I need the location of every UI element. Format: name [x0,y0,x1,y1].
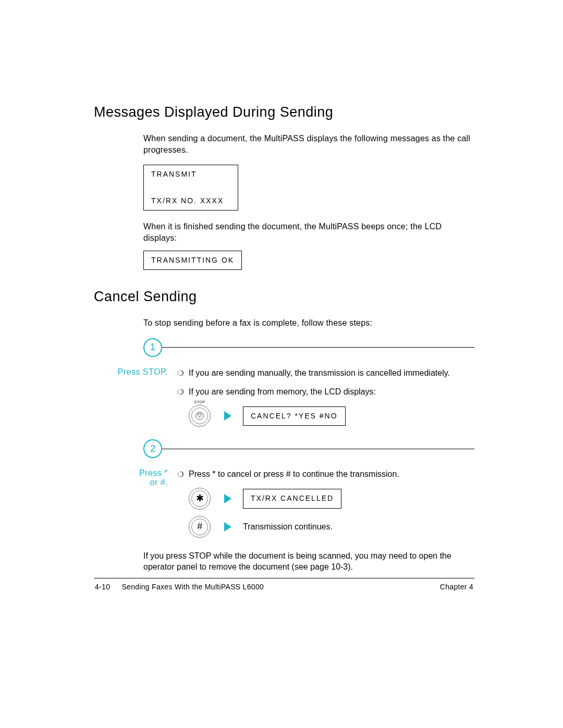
svg-marker-0 [196,412,203,419]
step-2-bullet: Press * to cancel or press # to continue… [189,468,474,480]
lcd-block-transmit: TRANSMIT TX/RX NO. XXXX [143,165,474,211]
lcd-line-txrxno: TX/RX NO. XXXX [144,192,238,210]
arrow-icon [224,411,231,421]
heading-cancel-sending: Cancel Sending [94,289,474,305]
lcd-line-transmitting-ok: TRANSMITTING OK [143,251,242,270]
lcd-line-transmit: TRANSMIT [144,165,238,183]
footer-page-number: 4-10 [95,583,110,591]
star-button: ✱ [189,488,211,510]
step-1-header: 1 [143,338,474,357]
step-1: 1 Press STOP. ❍ If you are sending manua… [94,338,474,430]
footer-rule [94,578,474,578]
transmission-continues-text: Transmission continues. [243,521,333,533]
note-paragraph: If you press STOP while the document is … [143,550,474,573]
stop-button-label: STOP [194,400,205,405]
step-badge-2: 2 [143,439,162,458]
hash-button: # [189,516,211,538]
hash-icon: # [191,519,208,535]
lcd-display: TRANSMIT TX/RX NO. XXXX [143,165,238,211]
footer-chapter: Chapter 4 [440,583,473,591]
bullet-icon: ❍ [177,367,189,379]
footer-title: Sending Faxes With the MultiPASS L6000 [121,583,264,591]
step-2: 2 Press * or #. ❍ Press * to cancel or p… [94,439,474,540]
step-2-star-row: ✱ TX/RX CANCELLED [189,488,474,510]
step-1-content: ❍ If you are sending manually, the trans… [177,367,474,430]
step-1-bullet-2: If you are sending from memory, the LCD … [189,386,474,398]
step-1-left-label: Press STOP. [94,367,177,430]
footer-left: 4-10 Sending Faxes With the MultiPASS L6… [95,583,264,591]
manual-page: Messages Displayed During Sending When s… [0,0,563,728]
bullet-icon: ❍ [177,386,189,398]
star-icon: ✱ [191,490,208,507]
page-footer: 4-10 Sending Faxes With the MultiPASS L6… [94,583,474,591]
bullet-icon: ❍ [177,468,189,480]
step-divider [162,449,474,449]
step-1-bullet-1: If you are sending manually, the transmi… [189,367,474,379]
arrow-icon [224,494,231,503]
arrow-icon [224,522,231,532]
paragraph-cancel-intro: To stop sending before a fax is complete… [143,317,474,329]
step-2-left-label: Press * or #. [94,468,177,540]
svg-marker-1 [198,414,202,417]
step-divider [162,347,474,348]
lcd-line-cancel-prompt: CANCEL? *YES #NO [243,406,346,426]
paragraph-intro-1: When sending a document, the MultiPASS d… [143,133,474,155]
step-2-hash-row: # Transmission continues. [189,516,474,538]
step-1-press-row: STOP CANCEL? *YES #NO [189,405,474,427]
step-2-content: ❍ Press * to cancel or press # to contin… [177,468,474,540]
step-badge-1: 1 [143,338,162,357]
step-2-left-line2: or #. [94,478,168,487]
heading-messages-displayed: Messages Displayed During Sending [94,104,474,120]
lcd-line-txrx-cancelled: TX/RX CANCELLED [243,489,341,509]
step-2-header: 2 [143,439,474,458]
paragraph-intro-2: When it is finished sending the document… [143,221,474,243]
lcd-block-ok: TRANSMITTING OK [143,251,474,270]
stop-icon [191,408,208,424]
step-2-left-line1: Press * [94,468,168,478]
stop-button: STOP [189,405,211,427]
